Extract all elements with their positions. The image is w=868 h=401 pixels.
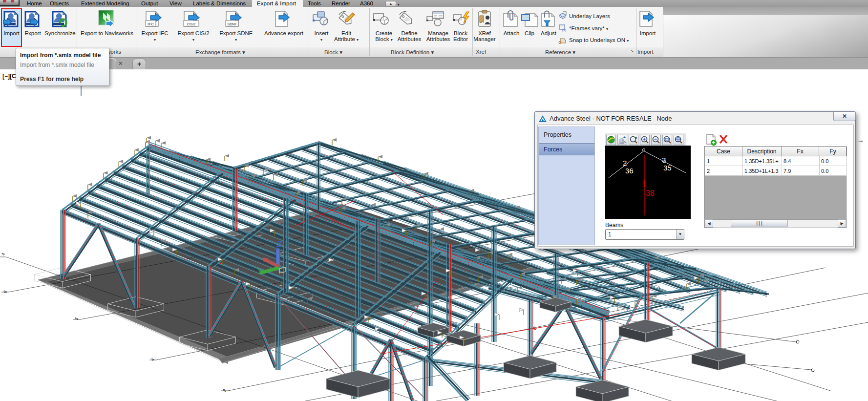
svg-text:IFC: IFC — [148, 22, 154, 26]
svg-text:+: + — [623, 135, 626, 140]
svg-text:CIS/2: CIS/2 — [187, 22, 196, 26]
svg-text:3: 3 — [222, 388, 227, 393]
svg-text:4: 4 — [150, 358, 155, 362]
svg-text:5: 5 — [74, 317, 79, 321]
svg-text:±: ± — [635, 135, 637, 140]
svg-text:4: 4 — [0, 252, 6, 256]
svg-text:36: 36 — [625, 167, 634, 175]
svg-text:2: 2 — [623, 159, 627, 167]
svg-text:6: 6 — [2, 290, 8, 294]
svg-text:SDNF: SDNF — [227, 22, 236, 26]
svg-text:3: 3 — [662, 156, 666, 164]
svg-text:38: 38 — [646, 189, 655, 197]
svg-text:(x): (x) — [562, 28, 566, 32]
svg-text:35: 35 — [663, 164, 672, 172]
